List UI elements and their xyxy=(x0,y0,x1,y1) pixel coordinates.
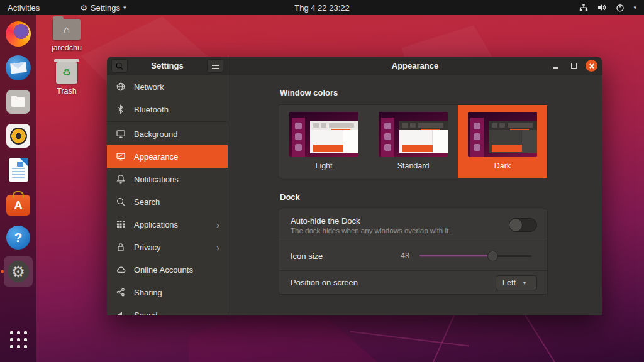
position-label: Position on screen xyxy=(291,278,358,287)
icon-size-value: 48 xyxy=(401,251,409,260)
slider-fill xyxy=(419,255,493,257)
theme-preview-dark xyxy=(468,112,537,157)
icon-size-row: Icon size 48 xyxy=(279,241,547,270)
minimize-button[interactable] xyxy=(549,60,562,72)
sidebar-item-bluetooth[interactable]: Bluetooth xyxy=(107,98,228,121)
sidebar-item-appearance[interactable]: Appearance xyxy=(107,145,228,168)
dock: A ? ⚙ xyxy=(0,15,36,362)
titlebar-right: Appearance xyxy=(228,57,602,75)
share-icon xyxy=(115,287,126,297)
firefox-icon xyxy=(6,21,31,47)
chevron-down-icon: ▾ xyxy=(523,280,526,286)
close-button[interactable] xyxy=(586,60,597,72)
search-icon xyxy=(115,62,124,70)
clock[interactable]: Thg 4 22 23:22 xyxy=(294,3,349,13)
auto-hide-subtitle: The dock hides when any windows overlap … xyxy=(291,227,450,234)
icon-size-label: Icon size xyxy=(291,251,323,261)
dock-item-libreoffice-writer[interactable] xyxy=(4,155,33,185)
show-applications-button[interactable] xyxy=(4,324,33,354)
auto-hide-title: Auto-hide the Dock xyxy=(291,216,450,226)
appearance-icon xyxy=(115,151,126,162)
bluetooth-icon xyxy=(115,104,126,114)
minimize-icon xyxy=(553,67,558,69)
display-icon xyxy=(115,129,126,139)
desktop-icon-trash[interactable]: ♻ Trash xyxy=(56,62,77,96)
sidebar-item-privacy[interactable]: Privacy › xyxy=(107,236,228,258)
settings-window: Settings Appearance Network xyxy=(107,57,602,315)
dock-settings-card: Auto-hide the Dock The dock hides when a… xyxy=(279,209,548,295)
dock-item-help[interactable]: ? xyxy=(4,222,33,253)
settings-sidebar: Network Bluetooth Background Appearance xyxy=(107,75,228,315)
search-button[interactable] xyxy=(111,59,128,73)
theme-preview-standard xyxy=(379,112,448,157)
window-title: Settings xyxy=(128,61,207,70)
thunderbird-icon xyxy=(6,55,31,80)
apps-grid-icon xyxy=(115,219,126,229)
app-grid-icon xyxy=(10,331,27,348)
wallpaper-line xyxy=(350,331,469,346)
home-folder-icon: ⌂ xyxy=(53,19,80,40)
desktop: Activities ⚙ Settings ▾ Thg 4 22 23:22 xyxy=(0,0,644,362)
position-row: Position on screen Left ▾ xyxy=(279,270,547,294)
chevron-down-icon: ▾ xyxy=(633,4,636,11)
chevron-right-icon: › xyxy=(216,220,219,229)
auto-hide-row: Auto-hide the Dock The dock hides when a… xyxy=(279,209,547,241)
hamburger-icon xyxy=(212,63,219,69)
app-menu-label: Settings xyxy=(91,3,120,13)
menu-button[interactable] xyxy=(207,59,223,73)
slider-handle[interactable] xyxy=(487,251,498,261)
dock-item-files[interactable] xyxy=(4,87,33,117)
cloud-icon xyxy=(115,265,126,275)
sidebar-item-search[interactable]: Search xyxy=(107,190,228,213)
maximize-icon xyxy=(571,63,577,69)
dock-item-thunderbird[interactable] xyxy=(4,53,33,83)
window-controls xyxy=(549,60,597,72)
system-menu[interactable]: ▾ xyxy=(579,0,644,15)
auto-hide-toggle[interactable] xyxy=(509,218,537,232)
power-icon xyxy=(615,3,625,13)
titlebar[interactable]: Settings Appearance xyxy=(107,57,602,75)
window-colors-heading: Window colors xyxy=(280,88,548,97)
theme-preview-light xyxy=(289,112,358,157)
trash-icon: ♻ xyxy=(56,62,77,84)
ubuntu-software-icon: A xyxy=(6,195,30,216)
sidebar-item-online-accounts[interactable]: Online Accounts xyxy=(107,258,228,281)
settings-gear-icon: ⚙ xyxy=(8,261,29,282)
desktop-icons: ⌂ jaredchu ♻ Trash xyxy=(48,19,86,96)
chevron-down-icon: ▾ xyxy=(123,4,126,11)
theme-option-dark[interactable]: Dark xyxy=(458,105,547,178)
gear-icon: ⚙ xyxy=(80,4,87,12)
top-bar: Activities ⚙ Settings ▾ Thg 4 22 23:22 xyxy=(0,0,644,15)
sidebar-item-notifications[interactable]: Notifications xyxy=(107,168,228,190)
desktop-icon-home-folder[interactable]: ⌂ jaredchu xyxy=(52,19,82,52)
dropdown-value: Left xyxy=(502,278,516,287)
toggle-knob xyxy=(509,218,523,232)
sidebar-item-sharing[interactable]: Sharing xyxy=(107,281,228,304)
theme-option-light[interactable]: Light xyxy=(279,105,369,178)
titlebar-left: Settings xyxy=(107,57,228,75)
dock-item-firefox[interactable] xyxy=(4,19,33,49)
desktop-icon-label: jaredchu xyxy=(52,43,82,52)
chevron-right-icon: › xyxy=(216,243,219,252)
desktop-icon-label: Trash xyxy=(57,87,77,96)
dock-item-rhythmbox[interactable] xyxy=(4,121,33,151)
icon-size-slider[interactable] xyxy=(419,250,531,261)
dock-item-settings[interactable]: ⚙ xyxy=(4,256,33,287)
sidebar-item-network[interactable]: Network xyxy=(107,75,228,98)
appearance-panel: Window colors Light St xyxy=(228,75,602,315)
theme-option-standard[interactable]: Standard xyxy=(369,105,458,178)
position-dropdown[interactable]: Left ▾ xyxy=(496,275,537,290)
dock-item-ubuntu-software[interactable]: A xyxy=(4,189,33,219)
app-menu-button[interactable]: ⚙ Settings ▾ xyxy=(74,0,132,15)
sidebar-item-background[interactable]: Background xyxy=(107,123,228,145)
lock-icon xyxy=(115,242,126,252)
activities-button[interactable]: Activities xyxy=(0,0,47,15)
speaker-icon xyxy=(115,310,126,315)
files-icon xyxy=(6,90,30,114)
sidebar-item-applications[interactable]: Applications › xyxy=(107,213,228,236)
network-wired-icon xyxy=(579,3,589,13)
maximize-button[interactable] xyxy=(567,60,580,72)
window-colors-card: Light Standard Dark xyxy=(279,104,548,178)
page-title: Appearance xyxy=(228,61,602,70)
sidebar-item-sound[interactable]: Sound xyxy=(107,304,228,315)
